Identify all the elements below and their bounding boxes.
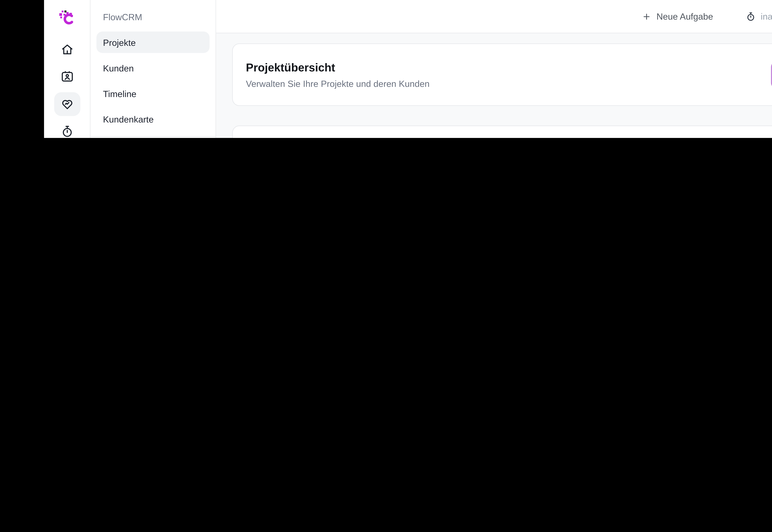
timer-status-label: inaktiv	[761, 11, 772, 21]
main-area: Neue Aufgabe inaktiv CS Creative Skyline…	[216, 0, 772, 138]
screenshot-root: FlowCRM ProjekteKundenTimelineKundenkart…	[0, 0, 772, 138]
stopwatch-icon	[745, 11, 756, 22]
icon-sidebar	[44, 0, 90, 138]
create-project-button[interactable]: Neues Projekt erstellen	[771, 61, 772, 88]
nav-panel: FlowCRM ProjekteKundenTimelineKundenkart…	[90, 0, 216, 138]
nav-divider	[90, 136, 215, 137]
nav-item-projekte[interactable]: Projekte	[96, 31, 210, 53]
content-area: Projektübersicht Verwalten Sie Ihre Proj…	[216, 33, 772, 138]
app-title: FlowCRM	[103, 12, 209, 22]
nav-item-kundenkarte[interactable]: Kundenkarte	[96, 108, 210, 130]
new-task-label: Neue Aufgabe	[657, 11, 713, 21]
timer-status[interactable]: inaktiv	[745, 11, 772, 22]
page-header-card: Projektübersicht Verwalten Sie Ihre Proj…	[232, 43, 772, 106]
page-title: Projektübersicht	[246, 61, 430, 74]
sidebar-item-home[interactable]	[54, 37, 80, 61]
stopwatch-icon	[60, 124, 74, 138]
filter-bar: Aktiv 44 Projekte gesamt 50 Einträge pro…	[232, 126, 772, 138]
heart-handshake-icon	[60, 97, 74, 111]
home-icon	[60, 42, 74, 57]
nav-list: ProjekteKundenTimelineKundenkarteKontakt…	[96, 31, 210, 138]
flowcrm-logo-icon	[59, 10, 75, 27]
nav-item-timeline[interactable]: Timeline	[96, 83, 210, 104]
page-subtitle: Verwalten Sie Ihre Projekte und deren Ku…	[246, 78, 430, 88]
nav-item-kunden[interactable]: Kunden	[96, 57, 210, 79]
sidebar-item-contact-card[interactable]	[54, 65, 80, 89]
sidebar-item-stopwatch[interactable]	[54, 120, 80, 138]
flowcrm-app-window: FlowCRM ProjekteKundenTimelineKundenkart…	[44, 0, 772, 138]
new-task-button[interactable]: Neue Aufgabe	[642, 11, 713, 21]
contact-card-icon	[60, 70, 74, 84]
plus-icon	[642, 12, 651, 21]
desktop-background: FlowCRM ProjekteKundenTimelineKundenkart…	[0, 0, 772, 138]
topbar: Neue Aufgabe inaktiv CS Creative Skyline	[216, 0, 772, 33]
sidebar-item-heart-handshake[interactable]	[54, 92, 80, 116]
